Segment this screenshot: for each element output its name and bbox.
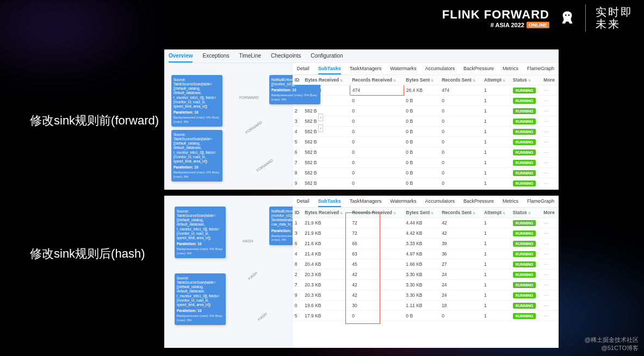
tab-accumulators[interactable]: Accumulators	[425, 198, 455, 207]
header-divider	[585, 4, 586, 32]
cell-more[interactable]: ⋯	[541, 116, 559, 127]
tab-watermarks[interactable]: Watermarks	[390, 66, 416, 74]
cell-more[interactable]: ⋯	[541, 85, 559, 96]
dag-graph-area[interactable]: Source: TableSourceScan(table=[[default_…	[164, 63, 293, 190]
col-id[interactable]: ID	[293, 208, 302, 218]
cell-status: RUNNING	[511, 127, 542, 137]
dag-source-node-2[interactable]: Source: TableSourceScan(table=[[default_…	[175, 273, 226, 325]
tab-overview[interactable]: Overview	[169, 53, 193, 63]
table-row: 2582 B00 B01RUNNING⋯	[293, 106, 559, 116]
cell-status: RUNNING	[511, 228, 542, 239]
cell-bytes-sent: 3.30 KB	[404, 290, 439, 301]
dag-source-node-1[interactable]: Source: TableSourceScan(table=[[default_…	[171, 75, 222, 127]
col-records-sent[interactable]: Records Sent⇅	[439, 208, 482, 218]
cell-attempt: 1	[482, 218, 511, 228]
tab-watermarks[interactable]: Watermarks	[390, 198, 416, 207]
cell-more[interactable]: ⋯	[541, 228, 559, 239]
cell-more[interactable]: ⋯	[541, 259, 559, 270]
tab-taskmanagers[interactable]: TaskManagers	[350, 198, 382, 207]
cell-records-received: 42	[350, 270, 404, 280]
dag-source-node-1[interactable]: Source: TableSourceScan(table=[[default_…	[175, 207, 226, 258]
cell-attempt: 1	[482, 85, 511, 96]
dag-source-node-2[interactable]: Source: TableSourceScan(table=[[default_…	[171, 130, 222, 182]
cell-more[interactable]: ⋯	[541, 168, 559, 178]
cell-records-received: 0	[350, 168, 404, 178]
tab-subtasks[interactable]: SubTasks	[318, 198, 341, 207]
col-status[interactable]: Status⇅	[511, 75, 542, 85]
col-records-received[interactable]: Records Received⇅	[350, 75, 404, 85]
tab-subtasks[interactable]: SubTasks	[318, 66, 341, 74]
col-bytes-received[interactable]: Bytes Received⇅	[302, 75, 350, 85]
cell-more[interactable]: ⋯	[541, 280, 559, 290]
col-records-received[interactable]: Records Received⇅	[350, 208, 404, 218]
cell-more[interactable]: ⋯	[541, 96, 559, 106]
table-row: 321.9 KB724.42 KB421RUNNING⋯	[293, 228, 559, 239]
cell-id: 2	[293, 270, 302, 280]
tab-backpressure[interactable]: BackPressure	[463, 198, 494, 207]
tab-exceptions[interactable]: Exceptions	[202, 53, 229, 63]
cell-more[interactable]: ⋯	[541, 137, 559, 147]
cell-bytes-sent: 0 B	[404, 158, 439, 168]
expand-right-icon[interactable]: ›	[318, 114, 323, 121]
cell-records-received: 0	[350, 147, 404, 158]
tab-accumulators[interactable]: Accumulators	[425, 66, 455, 74]
cell-id: 5	[293, 137, 302, 147]
col-attempt[interactable]: Attempt⇅	[482, 208, 511, 218]
tab-backpressure[interactable]: BackPressure	[463, 66, 494, 74]
col-records-sent[interactable]: Records Sent⇅	[439, 75, 482, 85]
cell-attempt: 1	[482, 96, 511, 106]
cell-bytes-received: 21.9 KB	[302, 218, 350, 228]
table-header-row: ID Bytes Received⇅ Records Received⇅ Byt…	[293, 208, 559, 218]
col-status[interactable]: Status⇅	[511, 208, 542, 218]
collapse-left-icon[interactable]: ‹	[318, 124, 323, 132]
cell-more[interactable]: ⋯	[541, 290, 559, 301]
cell-status: RUNNING	[511, 147, 542, 158]
cell-attempt: 1	[482, 106, 511, 116]
tab-metrics[interactable]: Metrics	[503, 66, 518, 74]
tab-taskmanagers[interactable]: TaskManagers	[350, 66, 382, 74]
table-row: 720.3 KB423.30 KB241RUNNING⋯	[293, 280, 559, 290]
logo-subtitle: # ASIA 2022	[491, 22, 524, 28]
more-icon: ⋯	[543, 118, 548, 124]
cell-more[interactable]: ⋯	[541, 158, 559, 168]
more-icon: ⋯	[543, 170, 548, 176]
col-bytes-sent[interactable]: Bytes Sent⇅	[404, 208, 439, 218]
cell-bytes-sent: 1.11 KB	[404, 301, 439, 311]
table-row: 8582 B00 B01RUNNING⋯	[293, 168, 559, 178]
table-row: 4582 B00 B01RUNNING⋯	[293, 127, 559, 137]
edge-label-hash: HASH	[257, 311, 268, 321]
cell-more[interactable]: ⋯	[541, 249, 559, 259]
tab-configuration[interactable]: Configuration	[311, 53, 343, 63]
cell-more[interactable]: ⋯	[541, 311, 559, 321]
cell-more[interactable]: ⋯	[541, 270, 559, 280]
tab-timeline[interactable]: TimeLine	[239, 53, 261, 63]
tab-checkpoints[interactable]: Checkpoints	[271, 53, 301, 63]
cell-records-sent: 0	[439, 178, 482, 189]
cell-more[interactable]: ⋯	[541, 106, 559, 116]
col-bytes-received[interactable]: Bytes Received⇅	[302, 208, 350, 218]
edge-label-forward: FORWARD	[245, 120, 263, 134]
cell-id: 5	[293, 311, 302, 321]
edge-label-forward: FORWARD	[256, 158, 274, 172]
tab-flamegraph[interactable]: FlameGraph	[527, 198, 554, 207]
col-bytes-sent[interactable]: Bytes Sent⇅	[404, 75, 439, 85]
cell-more[interactable]: ⋯	[541, 239, 559, 249]
cell-bytes-received: 582 B	[302, 147, 350, 158]
tab-detail[interactable]: Detail	[297, 198, 309, 207]
tab-flamegraph[interactable]: FlameGraph	[527, 66, 554, 74]
dag-graph-area[interactable]: Source: TableSourceScan(table=[[default_…	[164, 196, 293, 348]
top-tabs: Overview Exceptions TimeLine Checkpoints…	[164, 49, 559, 63]
col-id[interactable]: ID	[293, 75, 302, 85]
cell-more[interactable]: ⋯	[541, 178, 559, 189]
col-more: More	[541, 208, 559, 218]
cell-more[interactable]: ⋯	[541, 301, 559, 311]
cell-id: 2	[293, 106, 302, 116]
tab-metrics[interactable]: Metrics	[503, 198, 518, 207]
cell-more[interactable]: ⋯	[541, 147, 559, 158]
col-attempt[interactable]: Attempt⇅	[482, 75, 511, 85]
status-badge: RUNNING	[513, 261, 536, 267]
cell-more[interactable]: ⋯	[541, 218, 559, 228]
status-badge: RUNNING	[513, 129, 536, 135]
cell-more[interactable]: ⋯	[541, 127, 559, 137]
tab-detail[interactable]: Detail	[297, 66, 309, 74]
